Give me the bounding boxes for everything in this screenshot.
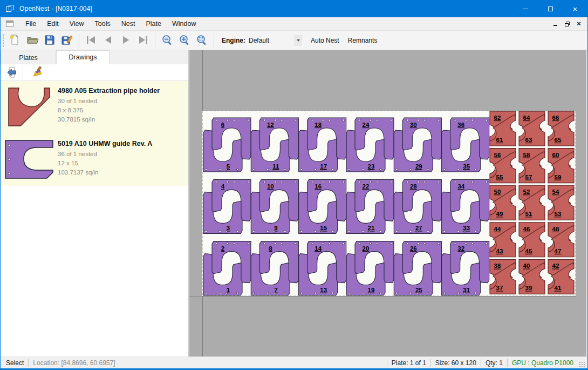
- drill-hole: [314, 169, 316, 170]
- drill-hole: [329, 119, 330, 121]
- last-plate-button[interactable]: [135, 32, 151, 48]
- drill-hole: [348, 231, 350, 232]
- status-separator: [28, 359, 29, 367]
- drawing-list-item[interactable]: 5019 A10 UHMW guide Rev. A36 of 1 nested…: [1, 134, 188, 186]
- drill-hole: [390, 119, 392, 121]
- drill-hole: [407, 119, 408, 121]
- drill-hole: [407, 243, 408, 244]
- drill-hole: [219, 231, 221, 232]
- red-part-pair[interactable]: 6261: [490, 111, 516, 146]
- new-file-button[interactable]: [8, 32, 23, 48]
- open-file-icon: [26, 33, 39, 46]
- red-part-pair[interactable]: 5857: [519, 149, 545, 183]
- zoom-in-button[interactable]: [177, 32, 192, 48]
- part-number-label: 29: [415, 163, 422, 170]
- save-as-button[interactable]: [59, 32, 74, 48]
- drill-hole: [343, 119, 344, 121]
- menu-item-tools[interactable]: Tools: [90, 18, 116, 30]
- red-part-pair[interactable]: 4039: [519, 259, 545, 294]
- drill-hole: [247, 243, 249, 244]
- drill-hole: [267, 169, 269, 170]
- status-size: Size: 60 x 120: [435, 359, 476, 367]
- drill-hole: [454, 181, 456, 183]
- part-number-label: 55: [496, 174, 503, 180]
- drill-hole: [359, 119, 360, 121]
- clean-button[interactable]: [29, 65, 45, 79]
- drill-hole: [396, 292, 398, 294]
- drill-hole: [216, 243, 217, 244]
- send-to-plate-button[interactable]: [4, 65, 20, 79]
- toolbar-grip[interactable]: [2, 33, 4, 48]
- mdi-minimize-button[interactable]: [551, 20, 559, 28]
- part-number-label: 11: [272, 163, 279, 170]
- close-button[interactable]: ×: [563, 0, 587, 17]
- status-separator: [507, 359, 508, 367]
- drill-hole: [438, 243, 440, 244]
- mdi-restore-button[interactable]: [563, 20, 571, 28]
- red-part-pair[interactable]: 5655: [490, 149, 516, 183]
- previous-plate-button[interactable]: [101, 32, 116, 48]
- engine-combo-value[interactable]: Default: [249, 37, 294, 44]
- part-number-label: 23: [368, 163, 375, 170]
- menu-item-window[interactable]: Window: [167, 18, 201, 30]
- drawings-panel: PlatesDrawings 4980 A05 Extraction pip: [1, 50, 189, 356]
- save-button[interactable]: [42, 32, 57, 48]
- next-plate-button[interactable]: [118, 32, 133, 48]
- menu-item-plate[interactable]: Plate: [140, 18, 167, 30]
- minimize-button[interactable]: [513, 0, 538, 17]
- mdi-close-button[interactable]: ×: [575, 20, 583, 28]
- part-number-label: 4: [221, 183, 225, 190]
- part-number-label: 53: [555, 211, 562, 217]
- red-part-pair[interactable]: 6463: [519, 111, 545, 146]
- menu-item-edit[interactable]: Edit: [42, 18, 64, 30]
- red-part-pair[interactable]: 6059: [548, 149, 574, 183]
- mdi-restore-icon: [565, 22, 570, 26]
- menu-item-nest[interactable]: Nest: [116, 18, 141, 30]
- menu-item-file[interactable]: File: [20, 18, 42, 30]
- part-number-label: 40: [523, 263, 530, 269]
- drill-hole: [284, 231, 286, 232]
- red-part-pair[interactable]: 4443: [490, 223, 516, 257]
- open-file-button[interactable]: [25, 32, 40, 48]
- zoom-fit-button[interactable]: [194, 32, 209, 48]
- drill-hole: [418, 119, 419, 121]
- tab-drawings[interactable]: Drawings: [56, 50, 110, 64]
- drill-hole: [379, 231, 381, 232]
- part-number-label: 61: [496, 137, 503, 143]
- red-part-pair[interactable]: 4241: [548, 259, 574, 294]
- drawing-list: 4980 A05 Extraction pipe holder30 of 1 n…: [1, 81, 188, 186]
- status-plate: Plate: 1 of 1: [392, 359, 426, 367]
- drill-hole: [407, 181, 408, 183]
- drawing-thumbnail: [1, 138, 58, 180]
- previous-plate-icon: [102, 33, 115, 46]
- drawing-list-item[interactable]: 4980 A05 Extraction pipe holder30 of 1 n…: [1, 81, 188, 134]
- menu-item-view[interactable]: View: [64, 18, 90, 30]
- resize-grip[interactable]: [579, 361, 585, 368]
- red-part-pair[interactable]: 4847: [548, 223, 574, 257]
- window-title: OpenNest - [N0317-004]: [19, 5, 92, 12]
- red-part-pair[interactable]: 5049: [490, 185, 516, 220]
- first-plate-button[interactable]: [84, 32, 99, 48]
- red-part-pair[interactable]: 4645: [519, 223, 545, 257]
- red-part-pair[interactable]: 5453: [548, 185, 574, 220]
- drill-hole: [314, 231, 316, 232]
- nest-canvas[interactable]: 6512111817242330293635431091615222128273…: [189, 50, 586, 356]
- drill-hole: [205, 292, 207, 294]
- drill-hole: [311, 243, 313, 244]
- part-number-label: 45: [525, 248, 532, 254]
- drill-hole: [236, 231, 238, 232]
- tab-plates[interactable]: Plates: [1, 51, 56, 64]
- auto-nest-button[interactable]: Auto Nest: [306, 34, 344, 47]
- maximize-button[interactable]: [538, 0, 563, 17]
- red-part-pair[interactable]: 6665: [548, 111, 574, 146]
- part-number-label: 56: [494, 152, 501, 158]
- drill-hole: [348, 292, 350, 294]
- document-icon[interactable]: [6, 21, 13, 27]
- drill-hole: [370, 119, 371, 121]
- red-part-pair[interactable]: 3837: [490, 259, 516, 294]
- zoom-out-button[interactable]: [160, 32, 175, 48]
- engine-combo-dropdown-arrow[interactable]: [294, 35, 302, 46]
- remnants-button[interactable]: Remnants: [344, 34, 382, 47]
- part-number-label: 12: [267, 122, 274, 128]
- red-part-pair[interactable]: 5251: [519, 185, 545, 220]
